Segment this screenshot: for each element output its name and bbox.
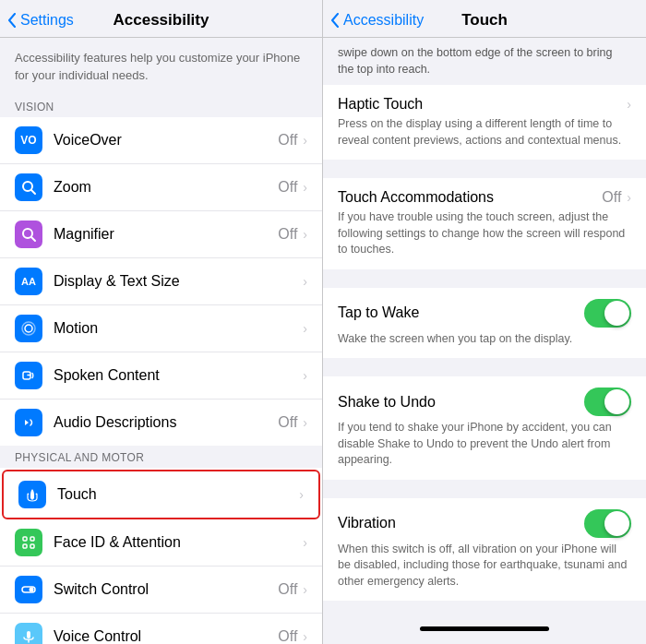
zoom-value: Off [278, 179, 297, 196]
vibration-row[interactable]: Vibration When this switch is off, all v… [323, 498, 646, 602]
zoom-row[interactable]: Zoom Off › [0, 164, 322, 211]
spoken-content-label: Spoken Content [54, 367, 303, 384]
display-text-row[interactable]: AA Display & Text Size › [0, 258, 322, 305]
audio-desc-value: Off [278, 414, 297, 431]
haptic-touch-desc: Press on the display using a different l… [338, 116, 631, 149]
display-text-icon: AA [15, 268, 42, 295]
shake-undo-desc: If you tend to shake your iPhone by acci… [338, 420, 631, 469]
vision-group: VO VoiceOver Off › Zoom Off › [0, 117, 322, 446]
right-nav-title: Touch [461, 11, 508, 30]
voiceover-value: Off [278, 132, 297, 149]
right-content: swipe down on the bottom edge of the scr… [323, 38, 646, 617]
touch-acc-value: Off › [602, 189, 631, 206]
vibration-section: Vibration When this switch is off, all v… [323, 498, 646, 602]
touch-acc-chevron: › [627, 190, 631, 205]
svg-line-3 [31, 237, 35, 241]
left-description-box: Accessibility features help you customiz… [0, 38, 322, 95]
switch-control-value: Off [278, 581, 297, 598]
magnifier-value: Off [278, 226, 297, 243]
tap-wake-desc: Wake the screen when you tap on the disp… [338, 331, 631, 348]
haptic-touch-section: Haptic Touch › Press on the display usin… [323, 85, 646, 160]
vibration-title: Vibration [338, 515, 396, 531]
shake-undo-section: Shake to Undo If you tend to shake your … [323, 376, 646, 480]
left-description: Accessibility features help you customiz… [15, 51, 300, 82]
shake-undo-toggle[interactable] [584, 388, 631, 416]
touch-acc-row[interactable]: Touch Accommodations Off › If you have t… [323, 178, 646, 269]
vibration-thumb [604, 511, 629, 536]
left-back-button[interactable]: Settings [7, 12, 74, 29]
left-nav-bar: Settings Accessibility [0, 0, 322, 38]
shake-undo-row[interactable]: Shake to Undo If you tend to shake your … [323, 376, 646, 480]
audio-desc-row[interactable]: Audio Descriptions Off › [0, 400, 322, 446]
touch-acc-title: Touch Accommodations [338, 189, 494, 206]
svg-point-5 [22, 322, 35, 335]
shake-undo-title: Shake to Undo [338, 394, 436, 411]
touch-icon [18, 481, 46, 508]
physical-section-header: PHYSICAL AND MOTOR [0, 446, 322, 468]
audio-desc-label: Audio Descriptions [54, 414, 278, 431]
spoken-content-chevron: › [303, 368, 307, 383]
spoken-content-icon [15, 362, 42, 389]
svg-point-12 [30, 588, 34, 592]
voiceover-icon: VO [15, 126, 42, 154]
svg-point-4 [25, 325, 32, 332]
touch-acc-desc: If you have trouble using the touch scre… [338, 209, 631, 258]
magnifier-icon [15, 221, 42, 248]
left-panel: Settings Accessibility Accessibility fea… [0, 0, 323, 644]
tap-wake-toggle[interactable] [584, 299, 631, 328]
touch-row[interactable]: Touch › [2, 470, 320, 519]
left-back-label: Settings [20, 12, 74, 29]
motion-label: Motion [54, 320, 303, 337]
zoom-icon [15, 173, 42, 201]
vision-section-header: VISION [0, 95, 322, 117]
svg-line-1 [31, 190, 35, 194]
switch-control-chevron: › [303, 582, 307, 597]
right-panel: Accessibility Touch swipe down on the bo… [323, 0, 646, 644]
face-id-label: Face ID & Attention [54, 534, 303, 551]
haptic-touch-row[interactable]: Haptic Touch › Press on the display usin… [323, 85, 646, 160]
svg-rect-8 [30, 537, 34, 541]
touch-acc-val-text: Off [602, 189, 621, 206]
svg-rect-7 [23, 537, 27, 541]
switch-control-icon [15, 576, 42, 603]
touch-chevron: › [299, 487, 304, 502]
right-nav-bar: Accessibility Touch [323, 0, 646, 38]
right-bottom-bar [323, 617, 646, 644]
switch-control-row[interactable]: Switch Control Off › [0, 566, 322, 614]
face-id-row[interactable]: Face ID & Attention › [0, 519, 322, 566]
right-top-text: swipe down on the bottom edge of the scr… [323, 38, 646, 85]
voiceover-label: VoiceOver [54, 132, 278, 149]
voiceover-row[interactable]: VO VoiceOver Off › [0, 117, 322, 164]
haptic-touch-title: Haptic Touch [338, 96, 423, 113]
face-id-chevron: › [303, 535, 307, 550]
voiceover-chevron: › [303, 133, 307, 148]
magnifier-row[interactable]: Magnifier Off › [0, 211, 322, 258]
spoken-content-row[interactable]: Spoken Content › [0, 352, 322, 400]
haptic-touch-chevron: › [627, 97, 631, 112]
touch-label: Touch [57, 486, 299, 503]
left-nav-title: Accessibility [114, 11, 209, 30]
touch-acc-section: Touch Accommodations Off › If you have t… [323, 178, 646, 269]
svg-rect-13 [27, 631, 30, 638]
right-back-button[interactable]: Accessibility [330, 12, 424, 29]
display-text-chevron: › [303, 274, 307, 289]
vibration-toggle[interactable] [584, 509, 631, 538]
switch-control-label: Switch Control [54, 581, 278, 598]
motion-chevron: › [303, 321, 307, 336]
svg-rect-9 [23, 544, 27, 548]
motion-row[interactable]: Motion › [0, 305, 322, 352]
motion-icon [15, 315, 42, 342]
face-id-icon [15, 529, 42, 556]
right-home-indicator [420, 626, 549, 631]
tap-wake-thumb [604, 301, 629, 326]
display-text-label: Display & Text Size [54, 273, 303, 290]
audio-desc-chevron: › [303, 415, 307, 430]
right-back-label: Accessibility [343, 12, 424, 29]
tap-wake-section: Tap to Wake Wake the screen when you tap… [323, 288, 646, 359]
zoom-label: Zoom [54, 179, 278, 196]
magnifier-label: Magnifier [54, 226, 278, 243]
tap-wake-row[interactable]: Tap to Wake Wake the screen when you tap… [323, 288, 646, 359]
voice-control-icon [15, 623, 42, 644]
svg-rect-10 [30, 544, 34, 548]
voice-control-row[interactable]: Voice Control Off › [0, 614, 322, 644]
